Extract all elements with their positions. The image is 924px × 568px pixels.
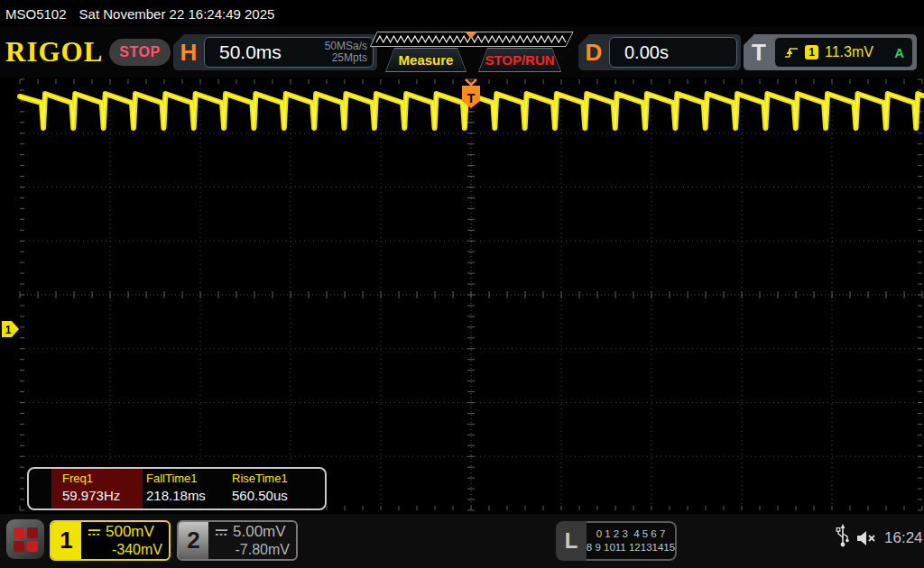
datetime-text: Sat November 22 16:24:49 2025: [79, 6, 275, 22]
delay-label: D: [578, 39, 609, 67]
channel1-number: 1: [51, 522, 81, 559]
svg-text:T: T: [467, 91, 476, 105]
red-grid-icon: [14, 527, 38, 552]
sample-rate: 50MSa/s: [325, 40, 367, 52]
channel1-offset: -340mV: [88, 542, 162, 558]
logic-row-2: 8 9 1011 12131415: [587, 541, 675, 554]
trigger-label: T: [744, 39, 774, 67]
measurement-label[interactable]: RiseTime1: [232, 472, 288, 485]
speaker-muted-icon[interactable]: [855, 528, 879, 548]
channel2-values: 5.00mV -7.80mV: [208, 522, 296, 559]
channel1-values: 500mV -340mV: [81, 522, 169, 559]
horizontal-value-box: 50.0ms 50MSa/s 25Mpts: [204, 37, 374, 68]
logic-channels-badge[interactable]: L 0 1 2 3 4 5 6 7 8 9 1011 12131415: [556, 521, 677, 561]
channel2-offset: -7.80mV: [215, 542, 290, 558]
waveform-memory-zigzag-icon: [370, 32, 574, 47]
graticule-grid: [20, 79, 922, 510]
logic-row-1: 0 1 2 3 4 5 6 7: [596, 527, 666, 541]
menu-grid-button[interactable]: [6, 519, 44, 559]
dc-coupling-icon: [215, 528, 228, 536]
trigger-mode: A: [894, 45, 904, 60]
memory-depth: 25Mpts: [332, 51, 367, 64]
trigger-level-value: 11.3mV: [825, 44, 873, 60]
top-control-bar: RIGOL STOP H 50.0ms 50MSa/s 25Mpts Measu…: [0, 27, 924, 78]
channel1-badge[interactable]: 1 500mV -340mV: [50, 520, 171, 561]
measurement-value: 560.50us: [232, 488, 288, 503]
timebase-value: 50.0ms: [219, 41, 282, 63]
measurement-value: 59.973Hz: [62, 488, 120, 503]
delay-value-box: 0.00s: [609, 37, 737, 68]
ch1-ground-marker[interactable]: 1: [2, 321, 19, 337]
measurement-value: 218.18ms: [146, 488, 206, 503]
measurement-panel[interactable]: Freq1 FallTime1 RiseTime1 59.973Hz 218.1…: [27, 467, 327, 510]
memory-position-bar[interactable]: [370, 32, 574, 47]
trigger-value-box: 1 11.3mV A: [774, 37, 913, 68]
stop-run-button[interactable]: STOP/RUN: [478, 48, 561, 72]
svg-text:1: 1: [5, 324, 12, 336]
rigol-logo: RIGOL: [5, 35, 103, 69]
model-name: MSO5102: [5, 6, 67, 22]
trigger-source-chip: 1: [805, 45, 818, 60]
channel2-scale: 5.00mV: [233, 523, 286, 541]
measure-button-label: Measure: [386, 49, 466, 71]
delay-value: 0.00s: [624, 42, 669, 63]
bottom-status-bar: 1 500mV -340mV 2: [0, 514, 924, 568]
title-bar: MSO5102 Sat November 22 16:24:49 2025: [0, 0, 924, 27]
trigger-panel[interactable]: T 1 11.3mV A: [744, 34, 917, 70]
measure-button[interactable]: Measure: [385, 48, 467, 72]
logic-label: L: [556, 521, 587, 561]
trigger-slope-icon: [784, 45, 799, 60]
stop-run-button-label: STOP/RUN: [479, 49, 560, 71]
waveform-display: T1: [0, 78, 924, 514]
channel2-number: 2: [179, 522, 208, 559]
channel1-scale: 500mV: [106, 523, 154, 541]
acquisition-info: 50MSa/s 25Mpts: [325, 41, 367, 64]
run-state-badge: STOP: [109, 39, 171, 66]
channel2-badge[interactable]: 2 5.00mV -7.80mV: [177, 520, 298, 561]
measurement-label[interactable]: Freq1: [62, 472, 93, 485]
delay-panel[interactable]: D 0.00s: [578, 34, 741, 70]
dc-coupling-icon: [88, 528, 101, 536]
logic-channel-list: 0 1 2 3 4 5 6 7 8 9 1011 12131415: [587, 521, 677, 561]
status-clock: 16:24: [884, 529, 923, 547]
horizontal-label: H: [173, 39, 204, 67]
measurement-label[interactable]: FallTime1: [146, 472, 198, 485]
oscilloscope-screen: MSO5102 Sat November 22 16:24:49 2025 RI…: [0, 0, 924, 568]
horizontal-panel[interactable]: H 50.0ms 50MSa/s 25Mpts: [173, 34, 377, 70]
usb-icon: [836, 523, 850, 548]
